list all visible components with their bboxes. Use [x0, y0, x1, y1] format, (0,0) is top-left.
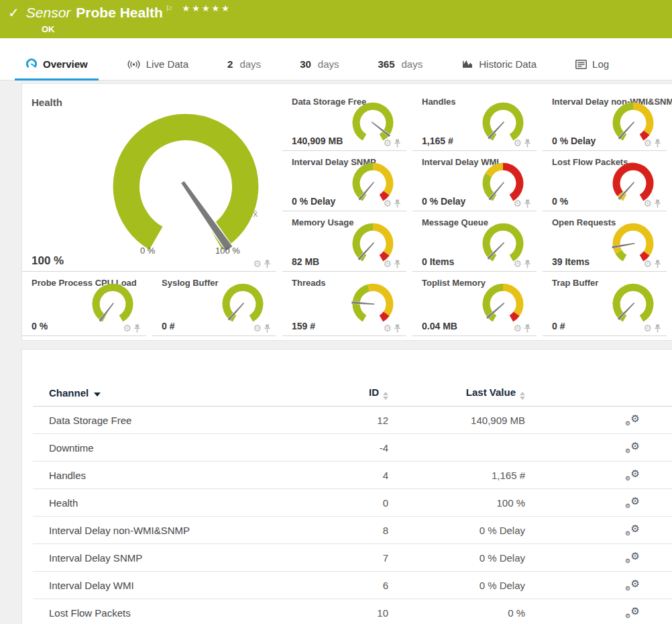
tab-bar: Overview Live Data 2 days 30 days 365 da… [0, 38, 672, 81]
sort-desc-icon [94, 393, 101, 397]
tab-30-days[interactable]: 30 days [288, 58, 351, 80]
gauge-value: 0 % [32, 321, 48, 331]
gauge-cell-data-storage-free: Data Storage Free 140,909 MB ⚙ [282, 91, 406, 151]
channel-id: 7 [337, 552, 388, 564]
gauge-title: Syslog Buffer [162, 278, 219, 288]
table-row: Health 0 100 % ⚙⚙ [33, 489, 672, 517]
gear-icon[interactable]: ⚙ [383, 199, 392, 208]
tab-log[interactable]: Log [563, 58, 621, 80]
table-row: Downtime -4 ⚙⚙ [33, 434, 672, 462]
pin-icon[interactable] [394, 260, 401, 268]
channel-name[interactable]: Interval Delay SNMP [49, 552, 337, 564]
gauge-title: Open Requests [552, 217, 616, 227]
tab-365-days[interactable]: 365 days [366, 58, 435, 80]
gauge-cell-message-queue: Message Queue 0 Items ⚙ [412, 211, 537, 272]
historic-chart-icon [461, 59, 473, 69]
pin-icon[interactable] [394, 139, 401, 148]
tab-live-data[interactable]: Live Data [115, 58, 201, 80]
gear-icon[interactable]: ⚙ [513, 138, 522, 148]
gauge-value: 0 # [162, 321, 174, 331]
status-badge: OK [8, 21, 672, 34]
channel-id: 6 [337, 580, 388, 591]
pin-icon[interactable] [654, 139, 661, 148]
pin-icon[interactable] [654, 260, 661, 268]
channel-settings-gear-icon[interactable]: ⚙⚙ [625, 551, 640, 564]
gear-icon[interactable]: ⚙ [513, 323, 522, 333]
tab-label: Log [592, 58, 609, 70]
gauge-cell-memory-usage: Memory Usage 82 MB ⚙ [282, 211, 406, 272]
gear-icon[interactable]: ⚙ [643, 259, 652, 268]
gear-icon[interactable]: ⚙ [513, 259, 522, 268]
health-gauge [105, 103, 267, 265]
probe-process-cpu-load-gauge [90, 280, 135, 326]
column-header-id[interactable]: ID [337, 386, 388, 400]
pin-icon[interactable] [524, 139, 531, 148]
pin-icon[interactable] [394, 324, 401, 333]
channel-name[interactable]: Interval Delay WMI [49, 580, 337, 591]
gauge-value: 0 % [552, 196, 568, 207]
gauge-value: 0 % Delay [422, 196, 465, 207]
pin-icon[interactable] [264, 324, 271, 333]
channel-name[interactable]: Data Storage Free [49, 415, 337, 426]
gauge-cell-toplist-memory: Toplist Memory 0.04 MB ⚙ [412, 272, 537, 336]
pin-icon[interactable] [524, 260, 531, 268]
channel-name[interactable]: Downtime [49, 442, 337, 454]
gear-icon[interactable]: ⚙ [253, 259, 262, 268]
tab-historic-data[interactable]: Historic Data [449, 58, 549, 80]
table-row: Lost Flow Packets 10 0 % ⚙⚙ [33, 599, 672, 624]
sensor-overview-content: Health 0 % 100 % x̄ 100 % ⚙ Data Storage… [0, 81, 672, 624]
priority-stars[interactable]: ★★★★★ [182, 3, 231, 13]
gauge-value: 0 % Delay [552, 136, 596, 146]
channel-settings-gear-icon[interactable]: ⚙⚙ [625, 606, 640, 619]
channel-settings-gear-icon[interactable]: ⚙⚙ [625, 523, 640, 537]
table-row: Handles 4 1,165 # ⚙⚙ [33, 462, 672, 489]
tab-overview[interactable]: Overview [13, 58, 100, 80]
gear-icon[interactable]: ⚙ [643, 199, 652, 208]
trap-buffer-gauge [610, 280, 656, 326]
channel-name[interactable]: Health [49, 497, 337, 509]
page-title: Probe Health [76, 5, 163, 21]
channel-name[interactable]: Interval Delay non-WMI&SNMP [49, 525, 337, 536]
sort-carets-icon [383, 392, 388, 400]
flag-icon[interactable]: ⚐ [166, 4, 173, 13]
pin-icon[interactable] [133, 324, 141, 333]
gauge-title: Handles [422, 97, 456, 107]
pin-icon[interactable] [394, 199, 401, 208]
channel-id: 12 [337, 415, 388, 426]
pin-icon[interactable] [524, 199, 531, 208]
channel-settings-gear-icon[interactable]: ⚙⚙ [625, 578, 640, 592]
object-type-label: Sensor [26, 5, 71, 21]
gear-icon[interactable]: ⚙ [383, 138, 392, 148]
gauges-panel: Health 0 % 100 % x̄ 100 % ⚙ Data Storage… [21, 83, 672, 341]
gear-icon[interactable]: ⚙ [513, 199, 522, 208]
channel-last-value: 0 % [388, 607, 525, 619]
gauge-cell-open-requests: Open Requests 39 Items ⚙ [543, 211, 667, 272]
gauge-title: Trap Buffer [552, 278, 598, 288]
pin-icon[interactable] [654, 324, 661, 333]
gauge-cell-handles: Handles 1,165 # ⚙ [412, 91, 537, 151]
gear-icon[interactable]: ⚙ [253, 323, 262, 333]
pin-icon[interactable] [264, 260, 271, 268]
pin-icon[interactable] [524, 324, 531, 333]
channel-settings-gear-icon[interactable]: ⚙⚙ [625, 413, 640, 427]
gauge-cell-health: Health 0 % 100 % x̄ 100 % ⚙ [22, 91, 276, 272]
gear-icon[interactable]: ⚙ [643, 323, 652, 333]
channel-name[interactable]: Lost Flow Packets [49, 607, 337, 619]
gear-icon[interactable]: ⚙ [383, 323, 392, 333]
channel-settings-gear-icon[interactable]: ⚙⚙ [625, 468, 640, 482]
table-row: Interval Delay non-WMI&SNMP 8 0 % Delay … [33, 517, 672, 544]
channel-settings-gear-icon[interactable]: ⚙⚙ [625, 441, 640, 454]
table-row: Interval Delay WMI 6 0 % Delay ⚙⚙ [33, 572, 672, 599]
gear-icon[interactable]: ⚙ [383, 259, 392, 268]
gauge-value: 1,165 # [422, 136, 453, 146]
pin-icon[interactable] [654, 199, 661, 208]
gauge-cell-interval-delay-non-wmi-snmp: Interval Delay non-WMI&SNMP 0 % Delay ⚙ [543, 91, 667, 151]
column-header-channel[interactable]: Channel [49, 387, 337, 399]
channel-name[interactable]: Handles [49, 470, 337, 481]
tab-2-days[interactable]: 2 days [215, 58, 273, 80]
gauge-title: Threads [292, 278, 326, 288]
gear-icon[interactable]: ⚙ [643, 138, 652, 148]
channel-settings-gear-icon[interactable]: ⚙⚙ [625, 496, 640, 509]
gear-icon[interactable]: ⚙ [123, 323, 131, 333]
column-header-last-value[interactable]: Last Value [388, 386, 525, 400]
